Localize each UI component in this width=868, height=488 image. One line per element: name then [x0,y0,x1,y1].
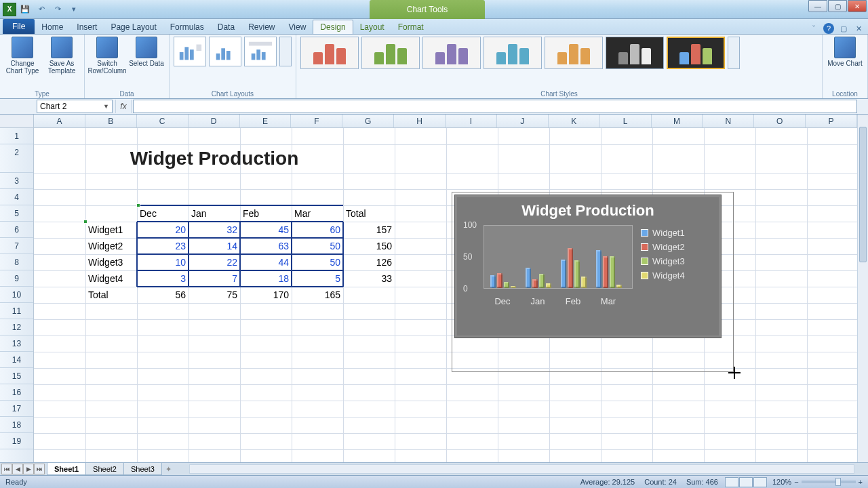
zoom-in-icon[interactable]: + [859,478,863,486]
close-button[interactable]: ✕ [848,0,867,12]
row-header[interactable]: 8 [0,254,33,270]
column-header[interactable]: C [137,115,189,127]
name-box-dropdown-icon[interactable]: ▼ [103,103,109,110]
tab-insert[interactable]: Insert [70,20,104,34]
minimize-button[interactable]: — [808,0,827,12]
tab-data[interactable]: Data [211,20,241,34]
cell[interactable]: 5 [292,270,343,287]
column-header[interactable]: H [394,115,446,127]
column-header[interactable]: F [291,115,342,127]
new-sheet-icon[interactable]: ✦ [162,465,176,474]
worksheet-grid[interactable]: ABCDEFGHIJKLMNOP 12345678910111213141516… [0,115,868,462]
cell[interactable]: 170 [240,287,292,303]
chart-layout-2[interactable] [209,37,241,66]
cell[interactable]: Widget4 [85,270,137,287]
tab-home[interactable]: Home [35,20,70,34]
workbook-restore-icon[interactable]: ▢ [838,23,849,34]
column-header[interactable]: M [652,115,703,127]
row-header[interactable]: 4 [0,189,33,205]
chart-legend[interactable]: Widget1Widget2Widget3Widget4 [633,225,685,306]
cell[interactable]: Widget3 [85,254,137,270]
select-data-button[interactable]: Select Data [128,37,165,67]
file-tab[interactable]: File [3,19,35,34]
save-as-template-button[interactable]: Save As Template [43,37,80,75]
tab-page-layout[interactable]: Page Layout [104,20,163,34]
row-header[interactable]: 19 [0,433,33,449]
cell[interactable]: 22 [189,254,240,270]
cell[interactable]: 18 [240,270,292,287]
chart-layout-3[interactable] [244,37,277,66]
cell[interactable]: Widget2 [85,238,137,254]
row-header[interactable]: 3 [0,173,33,189]
row-header[interactable]: 9 [0,270,33,287]
sheet-nav-first-icon[interactable]: ⏮ [1,464,12,474]
qat-dropdown-icon[interactable]: ▾ [66,3,81,16]
cell[interactable]: 33 [343,270,395,287]
switch-row-column-button[interactable]: Switch Row/Column [89,37,125,75]
chart-style-thumb[interactable] [361,37,420,69]
cell[interactable]: 7 [189,270,240,287]
column-header[interactable]: I [446,115,497,127]
undo-icon[interactable]: ↶ [34,3,49,16]
tab-layout[interactable]: Layout [353,20,391,34]
cell[interactable]: Widget Production [85,144,343,173]
cell[interactable]: 60 [292,222,343,238]
workbook-close-icon[interactable]: ✕ [853,23,864,34]
chart-layout-1[interactable] [174,37,206,66]
tab-formulas[interactable]: Formulas [163,20,211,34]
row-header[interactable]: 14 [0,352,33,368]
column-header[interactable]: B [85,115,137,127]
column-header[interactable]: O [754,115,806,127]
cell[interactable]: Dec [137,205,189,222]
cell[interactable]: 150 [343,238,395,254]
cell[interactable]: 45 [240,222,292,238]
cell[interactable]: Jan [189,205,240,222]
maximize-button[interactable]: ▢ [828,0,847,12]
row-header[interactable]: 12 [0,319,33,336]
column-header[interactable]: G [342,115,394,127]
cell[interactable]: 75 [189,287,240,303]
chart-object[interactable]: Widget Production050100DecJanFebMarWidge… [454,195,722,338]
sheet-nav-next-icon[interactable]: ▶ [23,464,34,474]
chart-style-thumb[interactable] [545,37,603,69]
cell[interactable]: 50 [292,238,343,254]
cell[interactable]: 10 [137,254,189,270]
sheet-tab[interactable]: Sheet2 [85,463,124,475]
select-all-corner[interactable] [0,115,34,128]
chart-plot-area[interactable]: 050100DecJanFebMar [463,225,633,306]
zoom-slider[interactable] [802,481,856,483]
formula-input[interactable] [133,100,857,113]
row-header[interactable]: 2 [0,144,33,173]
row-header[interactable]: 17 [0,401,33,417]
fx-icon[interactable]: fx [115,100,132,113]
chart-style-thumb[interactable] [484,37,542,69]
row-header[interactable]: 18 [0,417,33,433]
cell[interactable]: 157 [343,222,395,238]
row-header[interactable]: 7 [0,238,33,254]
cell[interactable]: 23 [137,238,189,254]
cell[interactable]: Total [343,205,395,222]
vertical-scrollbar[interactable] [857,115,868,462]
column-header[interactable]: K [549,115,600,127]
cell[interactable]: 20 [137,222,189,238]
column-header[interactable]: N [703,115,754,127]
tab-format[interactable]: Format [391,20,431,34]
cell[interactable]: 50 [292,254,343,270]
chart-style-thumb[interactable] [422,37,481,69]
column-header[interactable]: P [806,115,857,127]
column-header[interactable]: A [34,115,85,127]
minimize-ribbon-icon[interactable]: ˇ [808,23,819,34]
column-header[interactable]: J [497,115,549,127]
tab-design[interactable]: Design [313,20,353,34]
zoom-out-icon[interactable]: − [794,478,798,486]
help-icon[interactable]: ? [823,23,834,34]
row-header[interactable]: 1 [0,128,33,144]
chart-style-thumb[interactable] [300,37,359,69]
cell[interactable]: 165 [292,287,343,303]
tab-review[interactable]: Review [241,20,281,34]
cell[interactable]: 14 [189,238,240,254]
row-header[interactable]: 16 [0,384,33,401]
row-header[interactable]: 5 [0,205,33,222]
view-normal-icon[interactable] [725,477,738,487]
sheet-tab[interactable]: Sheet3 [123,463,162,475]
